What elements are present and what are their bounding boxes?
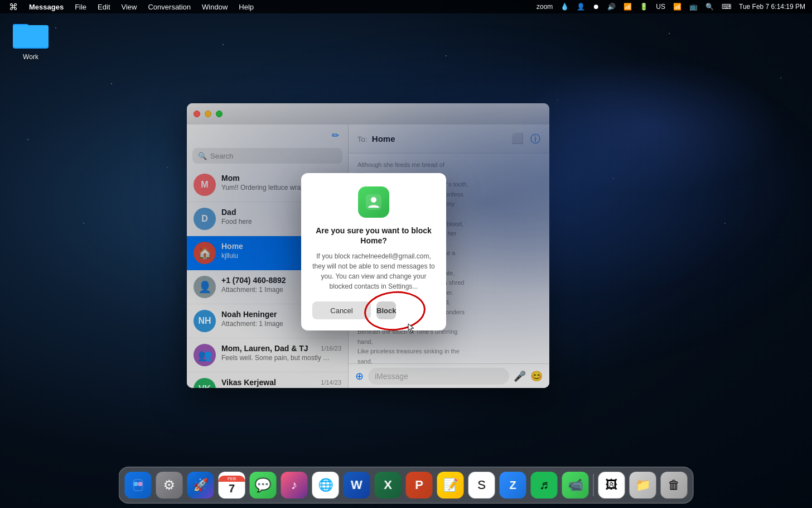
dialog-message: If you block rachelneedell@gmail.com, th… — [312, 251, 435, 291]
dialog-overlay: Are you sure you want to block Home? If … — [0, 0, 812, 508]
dialog-app-icon — [358, 186, 389, 218]
block-button[interactable]: Block — [376, 301, 396, 319]
dialog-title: Are you sure you want to block Home? — [312, 226, 435, 246]
desktop: ⌘ Messages File Edit View Conversation W… — [0, 0, 812, 508]
block-button-wrapper: Block — [376, 301, 435, 319]
block-dialog: Are you sure you want to block Home? If … — [301, 173, 446, 330]
svg-point-4 — [371, 197, 376, 203]
cancel-button[interactable]: Cancel — [312, 301, 371, 319]
dialog-buttons: Cancel Block — [312, 301, 435, 319]
